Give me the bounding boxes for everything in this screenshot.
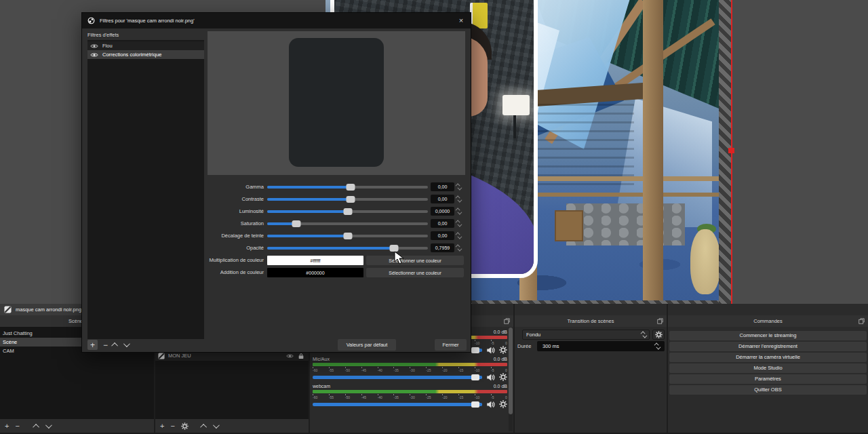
channel-gear-icon[interactable] (499, 400, 507, 408)
decalage-de-teinte-slider[interactable] (267, 235, 428, 237)
studio-mode-button[interactable]: Mode Studio (669, 363, 867, 373)
duration-label: Durée (517, 343, 531, 349)
gamma-value[interactable]: 0,00 (431, 182, 454, 191)
start-streaming-button[interactable]: Commencer le streaming (669, 331, 867, 340)
webcam-light-panel (502, 95, 530, 115)
gamma-spinner[interactable] (457, 183, 460, 191)
saturation-value[interactable]: 0,00 (431, 219, 454, 228)
channel-name: webcam (313, 384, 330, 390)
luminosite-value[interactable]: 0,0000 (431, 207, 454, 216)
luminosite-slider[interactable] (267, 210, 428, 213)
obs-main-window: masque cam arrondi noir.png Scènes Just … (0, 0, 868, 434)
filter-item-flou[interactable]: Flou (87, 41, 204, 50)
eye-icon[interactable] (90, 52, 98, 58)
commands-dock-header[interactable]: Commandes (668, 315, 868, 327)
slider-handle[interactable] (343, 233, 352, 239)
gamma-slider[interactable] (267, 186, 428, 189)
decalage-de-teinte-spinner[interactable] (457, 232, 460, 239)
add-source-button[interactable]: + (160, 422, 164, 430)
opacite-slider[interactable] (267, 247, 428, 250)
transition-dock-header[interactable]: Transition de scènes (515, 315, 667, 327)
source-row-masque-label: masque cam arrondi noir.png (16, 307, 81, 313)
slider-row-contraste: Contraste 0,00 (82, 195, 472, 203)
duration-spinbox[interactable]: 300 ms (537, 341, 665, 351)
move-scene-down-button[interactable] (45, 422, 52, 429)
quit-obs-button[interactable]: Quitter OBS (669, 385, 867, 395)
transition-select[interactable]: Fondu (522, 330, 650, 340)
volume-slider-handle[interactable] (471, 401, 479, 408)
mixer-scrollbar[interactable] (509, 328, 513, 431)
contraste-spinner[interactable] (457, 195, 460, 203)
start-recording-button[interactable]: Démarrer l'enregistrement (669, 342, 867, 351)
source-selection-handle[interactable] (728, 148, 734, 153)
tick-label: -20 (442, 395, 447, 399)
pop-out-icon[interactable] (657, 318, 663, 324)
eye-icon[interactable] (286, 353, 294, 359)
add-scene-button[interactable]: + (5, 422, 9, 430)
slider-handle[interactable] (347, 184, 355, 191)
remove-filter-button[interactable]: − (103, 340, 108, 350)
meter-tick-labels: -60-55-50-45-40-35-30-25-20-15-10-50 (313, 395, 507, 399)
close-dialog-button[interactable]: Fermer (435, 339, 467, 351)
speaker-icon[interactable] (486, 373, 495, 382)
settings-button[interactable]: Paramètres (669, 374, 867, 384)
slider-handle[interactable] (343, 208, 352, 215)
volume-slider[interactable] (313, 376, 482, 379)
add-filter-button[interactable]: + (87, 340, 98, 350)
transition-properties-button[interactable] (652, 330, 665, 340)
mixer-channel-mic-aux: Mic/Aux0.0 dB -60-55-50-45-40-35-30-25-2… (313, 357, 507, 381)
move-filter-down-button[interactable] (123, 340, 130, 347)
speaker-icon[interactable] (486, 400, 495, 409)
saturation-slider[interactable] (267, 222, 428, 225)
source-properties-gear-icon[interactable] (181, 422, 189, 430)
contraste-slider[interactable] (267, 198, 428, 201)
volume-slider-handle[interactable] (471, 374, 479, 380)
volume-slider[interactable] (313, 403, 482, 406)
scenes-toolbar: + − (0, 419, 154, 433)
obs-logo-icon (87, 17, 95, 24)
move-filter-up-button[interactable] (111, 342, 118, 349)
filter-item-corrections-colorimetrique[interactable]: Corrections colorimétrique (87, 50, 204, 59)
decalage-de-teinte-value[interactable]: 0,00 (431, 231, 454, 240)
color-row-addition: Addition de couleur #000000 Sélectionner… (82, 268, 472, 277)
slider-handle[interactable] (292, 220, 300, 227)
saturation-spinner[interactable] (457, 220, 460, 227)
defaults-button[interactable]: Valeurs par défaut (338, 339, 396, 351)
mixer-scrollbar-thumb[interactable] (509, 328, 513, 414)
addition-color-field[interactable]: #000000 (267, 268, 363, 277)
filter-preview-area (208, 31, 465, 175)
remove-scene-button[interactable]: − (15, 422, 19, 430)
tick-label: -45 (361, 395, 366, 399)
dialog-title-bar[interactable]: Filtres pour 'masque cam arrondi noir.pn… (82, 13, 471, 28)
game-stone-wall (566, 203, 685, 245)
meter-tick-labels: -60-55-50-45-40-35-30-25-20-15-10-50 (313, 368, 507, 372)
dialog-close-button[interactable]: × (456, 16, 466, 25)
chevron-down-icon[interactable] (656, 345, 660, 350)
transition-dock-title: Transition de scènes (568, 318, 614, 324)
lock-icon[interactable] (298, 353, 304, 359)
move-source-down-button[interactable] (213, 422, 220, 429)
select-multiplication-color-button[interactable]: Sélectionner une couleur (366, 256, 464, 265)
speaker-icon[interactable] (486, 346, 495, 355)
channel-db: 0.0 dB (494, 357, 507, 363)
contraste-value[interactable]: 0,00 (431, 195, 454, 203)
tick-label: -50 (345, 395, 350, 399)
tick-label: 0 (505, 395, 507, 399)
eye-icon[interactable] (90, 43, 98, 49)
multiplication-color-field[interactable]: #ffffff (267, 256, 363, 265)
start-virtual-camera-button[interactable]: Démarrer la caméra virtuelle (669, 353, 867, 362)
select-addition-color-button[interactable]: Sélectionner une couleur (366, 268, 464, 277)
opacite-spinner[interactable] (457, 244, 460, 252)
move-scene-up-button[interactable] (33, 423, 39, 430)
pop-out-icon[interactable] (504, 318, 510, 324)
slider-handle[interactable] (347, 196, 355, 203)
opacite-value[interactable]: 0,7959 (431, 243, 454, 252)
volume-slider-handle[interactable] (471, 347, 479, 353)
luminosite-spinner[interactable] (457, 208, 460, 215)
tick-label: -30 (410, 368, 414, 372)
channel-gear-icon[interactable] (499, 373, 507, 381)
move-source-up-button[interactable] (200, 423, 207, 430)
remove-source-button[interactable]: − (170, 422, 174, 430)
pop-out-icon[interactable] (859, 318, 865, 324)
channel-gear-icon[interactable] (499, 346, 507, 354)
